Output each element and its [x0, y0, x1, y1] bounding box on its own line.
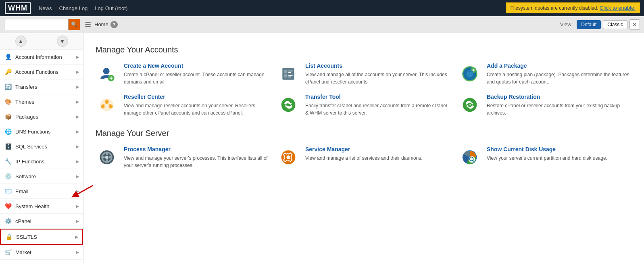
- process-manager-desc: View and manage your server's processes.…: [124, 154, 269, 169]
- card-add-package[interactable]: Add a Package Create a hosting plan (pac…: [459, 63, 632, 86]
- card-disk-usage[interactable]: Show Current Disk Usage View your server…: [459, 146, 632, 169]
- alert-link[interactable]: Click to enable.: [600, 5, 636, 11]
- whm-logo: WHM: [5, 2, 31, 14]
- sidebar-item-software[interactable]: 💿 Software ▶: [0, 169, 83, 184]
- section2-title: Manage Your Server: [96, 129, 632, 138]
- scroll-down-button[interactable]: ▼: [57, 35, 68, 47]
- sidebar-label-sql-services: SQL Services: [15, 144, 76, 150]
- svg-rect-9: [284, 74, 287, 77]
- sidebar-item-account-functions[interactable]: 🔑 Account Functions ▶: [0, 65, 83, 79]
- sql-services-icon: 🗄️: [4, 142, 12, 150]
- sidebar-item-packages[interactable]: 📦 Packages ▶: [0, 109, 83, 124]
- service-manager-title[interactable]: Service Manager: [305, 146, 423, 152]
- svg-point-23: [281, 98, 296, 112]
- card-create-new-account[interactable]: Create a New Account Create a cPanel or …: [96, 63, 269, 86]
- sidebar-label-transfers: Transfers: [15, 84, 76, 90]
- sidebar-label-dns-functions: DNS Functions: [15, 129, 76, 135]
- view-reset-button[interactable]: ✕: [629, 19, 640, 30]
- accounts-cards-grid: Create a New Account Create a cPanel or …: [96, 63, 632, 117]
- view-controls: View: Default Classic ✕: [560, 19, 640, 30]
- backup-restoration-title[interactable]: Backup Restoration: [487, 94, 632, 100]
- nav-changelog[interactable]: Change Log: [59, 5, 88, 11]
- card-reseller-center[interactable]: Reseller Center View and manage reseller…: [96, 94, 269, 117]
- sidebar-scroll-controls: ▲ ▼: [0, 33, 83, 50]
- disk-usage-title[interactable]: Show Current Disk Usage: [487, 146, 607, 152]
- add-package-title[interactable]: Add a Package: [487, 63, 632, 69]
- list-accounts-title[interactable]: List Accounts: [305, 63, 450, 69]
- create-account-icon: [96, 63, 118, 85]
- sidebar-item-account-information[interactable]: 👤 Account Information ▶: [0, 50, 83, 65]
- create-account-desc: Create a cPanel or reseller account. The…: [124, 71, 269, 86]
- ssl-tls-icon: 🔒: [5, 233, 13, 241]
- svg-point-1: [103, 68, 110, 74]
- sidebar-item-market[interactable]: 🛒 Market ▶: [0, 245, 83, 260]
- create-account-text: Create a New Account Create a cPanel or …: [124, 63, 269, 86]
- svg-rect-5: [282, 68, 294, 79]
- service-manager-desc: View and manage a list of services and t…: [305, 154, 423, 162]
- svg-point-35: [286, 155, 290, 159]
- account-information-icon: 👤: [4, 53, 12, 61]
- svg-rect-31: [102, 156, 105, 158]
- card-process-manager[interactable]: Process Manager View and manage your ser…: [96, 146, 269, 169]
- arrow-icon: ▶: [76, 54, 79, 60]
- search-input[interactable]: [4, 19, 69, 30]
- card-service-manager[interactable]: Service Manager View and manage a list o…: [277, 146, 450, 169]
- sidebar-item-system-health[interactable]: ❤️ System Health ▶: [0, 199, 83, 214]
- sidebar-item-email[interactable]: ✉️ Email ▶: [0, 184, 83, 199]
- account-functions-icon: 🔑: [4, 68, 12, 76]
- arrow-icon: ▶: [76, 144, 79, 149]
- sidebar-item-transfers[interactable]: 🔄 Transfers ▶: [0, 79, 83, 94]
- sidebar-item-ip-functions[interactable]: 🔧 IP Functions ▶: [0, 154, 83, 169]
- process-manager-text: Process Manager View and manage your ser…: [124, 146, 269, 169]
- cpanel-icon: ⚙️: [4, 217, 12, 225]
- add-package-desc: Create a hosting plan (package). Package…: [487, 71, 632, 86]
- svg-point-18: [105, 100, 108, 103]
- arrow-icon: ▶: [76, 129, 79, 134]
- sidebar-item-sql-services[interactable]: 🗄️ SQL Services ▶: [0, 139, 83, 154]
- email-icon: ✉️: [4, 187, 12, 195]
- reseller-center-text: Reseller Center View and manage reseller…: [124, 94, 269, 117]
- home-link[interactable]: Home: [94, 21, 108, 27]
- annotation-arrow: [83, 184, 95, 201]
- search-wrap: 🔍: [4, 19, 80, 30]
- search-button[interactable]: 🔍: [69, 19, 80, 30]
- sidebar-item-restart-services[interactable]: 🔁 Restart Services ▶: [0, 260, 83, 263]
- sidebar-item-themes[interactable]: 🎨 Themes ▶: [0, 94, 83, 109]
- packages-icon: 📦: [4, 113, 12, 121]
- arrow-icon: ▶: [76, 174, 79, 179]
- backup-restoration-text: Backup Restoration Restore cPanel or res…: [487, 94, 632, 117]
- sidebar: ▲ ▼ 👤 Account Information ▶ 🔑 Account Fu…: [0, 33, 83, 263]
- transfer-tool-title[interactable]: Transfer Tool: [305, 94, 450, 100]
- nav-news[interactable]: News: [39, 5, 52, 11]
- arrow-icon: ▶: [76, 250, 79, 255]
- svg-point-20: [109, 104, 113, 108]
- scroll-up-button[interactable]: ▲: [15, 35, 27, 47]
- sidebar-label-account-functions: Account Functions: [15, 69, 76, 75]
- card-transfer-tool[interactable]: Transfer Tool Easily transfer cPanel and…: [277, 94, 450, 117]
- transfers-icon: 🔄: [4, 83, 12, 91]
- disk-usage-desc: View your server's current partition and…: [487, 154, 607, 162]
- svg-rect-11: [288, 77, 291, 77]
- service-manager-text: Service Manager View and manage a list o…: [305, 146, 423, 162]
- filesystem-alert[interactable]: Filesystem quotas are currently disabled…: [506, 2, 640, 13]
- card-backup-restoration[interactable]: R Backup Restoration Restore cPanel or r…: [459, 94, 632, 117]
- help-icon[interactable]: ?: [110, 21, 118, 28]
- view-classic-button[interactable]: Classic: [603, 20, 627, 29]
- transfer-tool-icon: [277, 94, 300, 116]
- backup-restoration-icon: R: [459, 94, 481, 116]
- create-account-title[interactable]: Create a New Account: [124, 63, 269, 69]
- sidebar-item-ssl-tls[interactable]: 🔒 SSL/TLS ▶: [0, 229, 83, 245]
- system-health-icon: ❤️: [4, 202, 12, 210]
- card-list-accounts[interactable]: List Accounts View and manage all of the…: [277, 63, 450, 86]
- arrow-icon: ▶: [76, 114, 79, 119]
- svg-rect-7: [288, 71, 293, 71]
- menu-icon[interactable]: ☰: [85, 20, 91, 29]
- reseller-center-title[interactable]: Reseller Center: [124, 94, 269, 100]
- process-manager-title[interactable]: Process Manager: [124, 146, 269, 152]
- sidebar-item-cpanel[interactable]: ⚙️ cPanel ▶: [0, 214, 83, 229]
- sidebar-item-dns-functions[interactable]: 🌐 DNS Functions ▶: [0, 124, 83, 139]
- sidebar-label-ip-functions: IP Functions: [15, 159, 76, 165]
- view-default-button[interactable]: Default: [577, 20, 601, 29]
- nav-logout[interactable]: Log Out (root): [95, 5, 127, 11]
- arrow-icon: ▶: [75, 234, 78, 240]
